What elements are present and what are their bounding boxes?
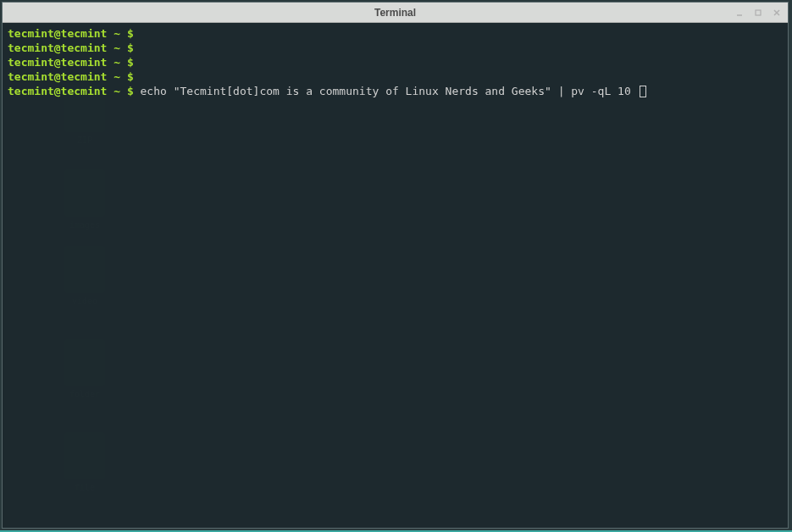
svg-rect-1 [756, 10, 761, 15]
window-title: Terminal [374, 7, 416, 19]
prompt-path: ~ $ [107, 27, 133, 40]
command-text: echo "Tecmint[dot]com is a community of … [141, 85, 638, 97]
terminal-content[interactable]: tecmint@tecmint ~ $ tecmint@tecmint ~ $ … [3, 23, 788, 528]
minimize-button[interactable] [734, 7, 745, 19]
prompt-path: ~ $ [107, 70, 133, 83]
terminal-window: Terminal tecmint@tecmint ~ $ tecmint@tec… [2, 2, 789, 529]
terminal-line: tecmint@tecmint ~ $ [8, 26, 783, 41]
close-button[interactable] [771, 7, 783, 19]
prompt-path: ~ $ [107, 56, 133, 69]
window-controls [734, 7, 783, 19]
maximize-button[interactable] [752, 7, 764, 19]
prompt-user-host: tecmint@tecmint [8, 27, 107, 40]
prompt-user-host: tecmint@tecmint [8, 85, 107, 97]
cursor-icon [640, 86, 646, 97]
terminal-line: tecmint@tecmint ~ $ [8, 69, 783, 84]
terminal-line: tecmint@tecmint ~ $ [8, 55, 783, 69]
terminal-line: tecmint@tecmint ~ $ echo "Tecmint[dot]co… [8, 84, 783, 98]
prompt-path: ~ $ [107, 85, 133, 97]
prompt-user-host: tecmint@tecmint [8, 70, 107, 83]
terminal-line: tecmint@tecmint ~ $ [8, 41, 783, 55]
titlebar: Terminal [3, 3, 788, 23]
prompt-path: ~ $ [107, 42, 133, 54]
prompt-user-host: tecmint@tecmint [8, 42, 107, 54]
prompt-user-host: tecmint@tecmint [8, 56, 107, 69]
